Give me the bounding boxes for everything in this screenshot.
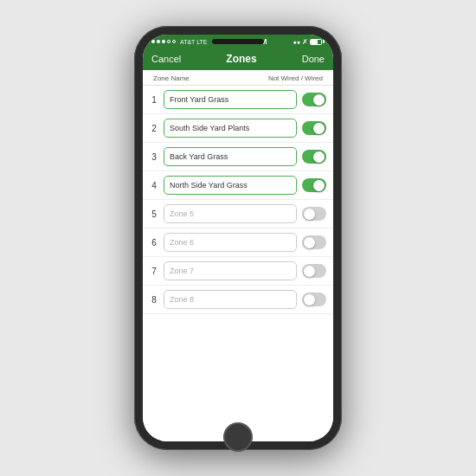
zone-name-header: Zone Name [153, 74, 190, 82]
status-right: ●● ✗ [293, 38, 325, 46]
zone-row: 1 [143, 86, 333, 114]
zone-row: 2 [143, 114, 333, 143]
zone-toggle[interactable] [302, 207, 326, 221]
nav-title: Zones [226, 53, 256, 65]
zone-name-input[interactable] [164, 290, 297, 309]
zone-name-input[interactable] [164, 147, 297, 166]
zones-list: 12345678 [143, 86, 333, 314]
battery-icon [310, 39, 325, 45]
toggle-knob [313, 94, 325, 106]
zone-number: 8 [150, 295, 158, 305]
zone-toggle[interactable] [302, 150, 326, 164]
zone-row: 4 [143, 171, 333, 200]
cancel-button[interactable]: Cancel [151, 54, 181, 64]
zone-name-input[interactable] [164, 204, 297, 223]
phone-frame: AT&T LTE 11:15 AM ●● ✗ Cancel Zones Done… [134, 26, 342, 450]
zone-name-input[interactable] [164, 119, 297, 138]
toggle-knob [304, 266, 315, 277]
zone-name-input[interactable] [164, 176, 297, 195]
column-headers: Zone Name Not Wired / Wired [143, 70, 333, 86]
toggle-knob [304, 237, 315, 248]
zone-toggle[interactable] [302, 121, 326, 135]
zone-name-input[interactable] [164, 261, 297, 280]
zone-name-input[interactable] [164, 90, 297, 109]
zone-row: 5 [143, 200, 333, 228]
zone-number: 1 [150, 95, 158, 105]
home-button[interactable] [223, 422, 253, 452]
zone-number: 7 [150, 267, 158, 276]
signal-icon: ●● [293, 39, 300, 45]
phone-screen: AT&T LTE 11:15 AM ●● ✗ Cancel Zones Done… [143, 35, 333, 441]
content-area: Zone Name Not Wired / Wired 12345678 [143, 70, 333, 441]
zone-row: 8 [143, 286, 333, 314]
zone-toggle[interactable] [302, 235, 326, 249]
carrier-label: AT&T LTE [180, 39, 208, 45]
toggle-knob [313, 123, 325, 134]
zone-number: 2 [150, 124, 158, 133]
zone-toggle[interactable] [302, 93, 326, 106]
zone-number: 3 [150, 152, 158, 162]
zone-number: 6 [150, 238, 158, 248]
status-left: AT&T LTE [151, 39, 208, 45]
toggle-knob [313, 151, 325, 163]
bluetooth-icon: ✗ [302, 38, 308, 46]
toggle-knob [304, 209, 315, 220]
zone-number: 5 [150, 209, 158, 219]
done-button[interactable]: Done [302, 54, 325, 64]
nav-bar: Cancel Zones Done [143, 48, 333, 70]
zone-row: 7 [143, 257, 333, 286]
zone-name-input[interactable] [164, 233, 297, 252]
zone-toggle[interactable] [302, 264, 326, 278]
zone-number: 4 [150, 181, 158, 190]
zone-toggle[interactable] [302, 178, 326, 192]
zone-row: 6 [143, 228, 333, 257]
wired-header: Not Wired / Wired [268, 74, 323, 82]
camera-notch [212, 39, 264, 44]
zone-toggle[interactable] [302, 293, 326, 306]
zone-row: 3 [143, 143, 333, 171]
toggle-knob [313, 180, 325, 191]
toggle-knob [304, 294, 315, 306]
